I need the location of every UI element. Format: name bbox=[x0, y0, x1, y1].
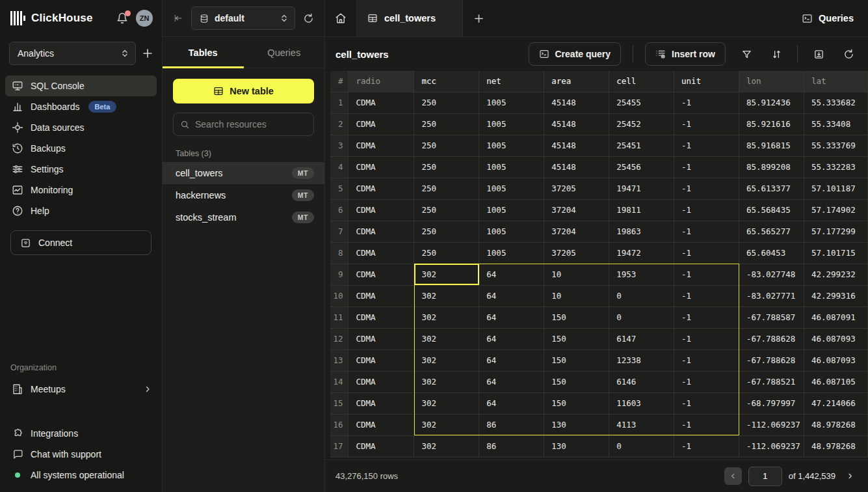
cell[interactable]: 46.087105 bbox=[804, 371, 867, 392]
cell[interactable]: CDMA bbox=[349, 349, 414, 371]
cell[interactable]: 302 bbox=[414, 435, 479, 457]
cell[interactable]: 250 bbox=[414, 221, 479, 242]
refresh-button[interactable] bbox=[839, 45, 858, 63]
cell[interactable]: 85.921616 bbox=[739, 113, 804, 135]
tab-queries[interactable]: Queries bbox=[244, 37, 325, 68]
cell[interactable]: CDMA bbox=[349, 307, 414, 328]
cell[interactable]: 57.101715 bbox=[804, 242, 867, 264]
cell[interactable]: 37205 bbox=[544, 178, 609, 199]
cell[interactable]: CDMA bbox=[349, 285, 414, 307]
cell[interactable]: 45148 bbox=[544, 92, 609, 113]
cell[interactable]: 302 bbox=[414, 328, 479, 349]
download-button[interactable] bbox=[809, 45, 828, 63]
sidebar-item-sql-console[interactable]: SQL Console bbox=[5, 75, 157, 96]
cell[interactable]: 47.214066 bbox=[804, 392, 867, 414]
row-number[interactable]: 1 bbox=[330, 92, 349, 113]
sidebar-item-chat-support[interactable]: Chat with support bbox=[5, 444, 157, 465]
next-page-button[interactable] bbox=[842, 469, 858, 484]
cell[interactable]: 302 bbox=[414, 349, 479, 371]
cell[interactable]: -67.788521 bbox=[739, 371, 804, 392]
tab-tables[interactable]: Tables bbox=[163, 37, 244, 68]
column-header-radio[interactable]: radio bbox=[349, 71, 414, 92]
cell[interactable]: 250 bbox=[414, 92, 479, 113]
cell[interactable]: 130 bbox=[544, 414, 609, 435]
cell[interactable]: CDMA bbox=[349, 199, 414, 221]
cell[interactable]: -1 bbox=[674, 371, 739, 392]
sidebar-item-backups[interactable]: Backups bbox=[5, 138, 157, 159]
cell[interactable]: -68.797997 bbox=[739, 392, 804, 414]
sidebar-item-dashboards[interactable]: Dashboards Beta bbox=[5, 96, 157, 117]
row-number[interactable]: 3 bbox=[330, 135, 349, 156]
queries-button[interactable]: Queries bbox=[787, 0, 868, 36]
cell[interactable]: 150 bbox=[544, 371, 609, 392]
cell[interactable]: -1 bbox=[674, 264, 739, 285]
cell[interactable]: 1005 bbox=[479, 113, 544, 135]
cell[interactable]: -1 bbox=[674, 221, 739, 242]
cell[interactable]: 1005 bbox=[479, 221, 544, 242]
table-item-cell-towers[interactable]: cell_towers MT bbox=[163, 162, 324, 184]
cell[interactable]: 250 bbox=[414, 135, 479, 156]
cell[interactable]: 42.299316 bbox=[804, 285, 867, 307]
row-number[interactable]: 13 bbox=[330, 349, 349, 371]
cell[interactable]: -1 bbox=[674, 135, 739, 156]
cell[interactable]: 19863 bbox=[609, 221, 674, 242]
cell[interactable]: -83.027771 bbox=[739, 285, 804, 307]
cell[interactable]: 150 bbox=[544, 392, 609, 414]
table-item-hackernews[interactable]: hackernews MT bbox=[163, 184, 324, 206]
cell[interactable]: 0 bbox=[609, 435, 674, 457]
row-number[interactable]: 12 bbox=[330, 328, 349, 349]
cell[interactable]: 1005 bbox=[479, 156, 544, 178]
cell[interactable]: -67.788587 bbox=[739, 307, 804, 328]
cell[interactable]: CDMA bbox=[349, 113, 414, 135]
cell[interactable]: 65.60453 bbox=[739, 242, 804, 264]
cell[interactable]: -67.788628 bbox=[739, 328, 804, 349]
row-number[interactable]: 7 bbox=[330, 221, 349, 242]
cell[interactable]: 64 bbox=[479, 285, 544, 307]
column-header-lat[interactable]: lat bbox=[804, 71, 867, 92]
sort-button[interactable] bbox=[767, 45, 785, 63]
cell[interactable]: 57.101187 bbox=[804, 178, 867, 199]
refresh-tables-icon[interactable] bbox=[303, 13, 314, 24]
cell[interactable]: 130 bbox=[544, 435, 609, 457]
cell[interactable]: 1005 bbox=[479, 92, 544, 113]
create-query-button[interactable]: Create query bbox=[529, 42, 622, 66]
cell[interactable]: -1 bbox=[674, 328, 739, 349]
sidebar-item-meetups[interactable]: Meetups bbox=[5, 379, 157, 400]
cell[interactable]: 6147 bbox=[609, 328, 674, 349]
insert-row-button[interactable]: Insert row bbox=[645, 42, 726, 66]
connect-button[interactable]: Connect bbox=[10, 230, 151, 255]
cell[interactable]: -1 bbox=[674, 392, 739, 414]
cell[interactable]: 48.978268 bbox=[804, 435, 867, 457]
cell[interactable]: 302 bbox=[414, 264, 479, 285]
cell[interactable]: 55.333769 bbox=[804, 135, 867, 156]
cell[interactable]: 37204 bbox=[544, 199, 609, 221]
sidebar-item-monitoring[interactable]: Monitoring bbox=[5, 180, 157, 200]
new-tab-button[interactable] bbox=[463, 0, 494, 36]
cell[interactable]: 45148 bbox=[544, 156, 609, 178]
cell[interactable]: 86 bbox=[479, 414, 544, 435]
cell[interactable]: 45148 bbox=[544, 113, 609, 135]
cell[interactable]: CDMA bbox=[349, 328, 414, 349]
cell[interactable]: 1953 bbox=[609, 264, 674, 285]
row-number[interactable]: 5 bbox=[330, 178, 349, 199]
cell[interactable]: CDMA bbox=[349, 371, 414, 392]
avatar[interactable]: ZN bbox=[136, 10, 153, 27]
cell[interactable]: 25452 bbox=[609, 113, 674, 135]
cell[interactable]: 150 bbox=[544, 328, 609, 349]
cell[interactable]: 85.912436 bbox=[739, 92, 804, 113]
cell[interactable]: 1005 bbox=[479, 178, 544, 199]
sidebar-item-settings[interactable]: Settings bbox=[5, 159, 157, 180]
search-resources-input[interactable] bbox=[195, 119, 313, 130]
cell[interactable]: 64 bbox=[479, 307, 544, 328]
cell[interactable]: 250 bbox=[414, 178, 479, 199]
cell[interactable]: -1 bbox=[674, 242, 739, 264]
cell[interactable]: 25451 bbox=[609, 135, 674, 156]
cell[interactable]: 57.177299 bbox=[804, 221, 867, 242]
column-header-lon[interactable]: lon bbox=[739, 71, 804, 92]
cell[interactable]: 19471 bbox=[609, 178, 674, 199]
cell[interactable]: CDMA bbox=[349, 435, 414, 457]
cell[interactable]: 1005 bbox=[479, 199, 544, 221]
collapse-panel-icon[interactable] bbox=[173, 13, 183, 23]
cell[interactable]: -67.788628 bbox=[739, 349, 804, 371]
cell[interactable]: -112.069237 bbox=[739, 435, 804, 457]
